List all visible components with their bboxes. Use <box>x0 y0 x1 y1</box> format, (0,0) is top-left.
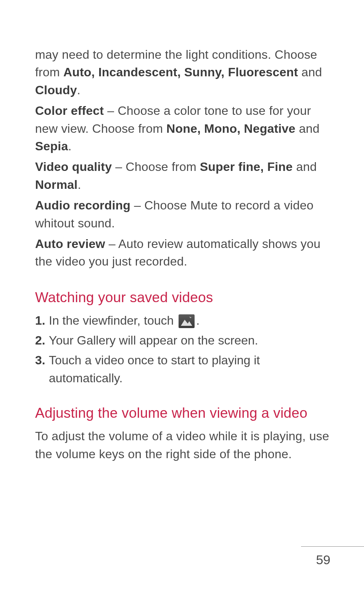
page-number: 59 <box>316 552 330 567</box>
text: and <box>293 160 317 174</box>
paragraph-color-effect: Color effect – Choose a color tone to us… <box>35 102 330 155</box>
list-text: Touch a video once to start to playing i… <box>49 351 330 387</box>
bold-options: None, Mono, Negative <box>166 122 295 135</box>
bold-label: Auto review <box>35 237 105 251</box>
bold-cloudy: Cloudy <box>35 83 77 97</box>
steps-list: 1. In the viewfinder, touch . 2. Your Ga… <box>35 312 330 390</box>
list-item: 1. In the viewfinder, touch . <box>35 312 330 329</box>
bold-options: Auto, Incandescent, Sunny, Fluorescent <box>63 65 298 79</box>
text: In the viewfinder, touch <box>49 314 177 327</box>
list-number: 3. <box>35 351 49 369</box>
page-number-divider <box>301 546 364 547</box>
bold-label: Audio recording <box>35 198 130 212</box>
text: – Choose from <box>112 160 200 174</box>
svg-marker-1 <box>189 317 192 318</box>
bold-options: Super fine, Fine <box>200 160 293 174</box>
text: . <box>77 83 81 97</box>
bold-sepia: Sepia <box>35 139 68 153</box>
heading-watching-saved-videos: Watching your saved videos <box>35 290 330 306</box>
list-text: Your Gallery will appear on the screen. <box>49 332 330 349</box>
paragraph-video-quality: Video quality – Choose from Super fine, … <box>35 158 330 193</box>
list-item: 2. Your Gallery will appear on the scree… <box>35 332 330 349</box>
text: . <box>68 139 71 153</box>
bold-label: Color effect <box>35 104 104 118</box>
bold-normal: Normal <box>35 178 77 192</box>
text: . <box>196 314 200 327</box>
paragraph-auto-review: Auto review – Auto review automatically … <box>35 235 330 270</box>
bold-label: Video quality <box>35 160 112 174</box>
list-number: 1. <box>35 312 49 329</box>
text: . <box>77 178 81 192</box>
svg-marker-0 <box>181 320 192 326</box>
gallery-icon <box>179 314 195 328</box>
list-text: In the viewfinder, touch . <box>49 312 330 329</box>
text: and <box>295 122 319 135</box>
page-container: may need to determine the light conditio… <box>0 0 364 594</box>
list-number: 2. <box>35 332 49 349</box>
text: and <box>298 65 322 79</box>
paragraph-adjusting-volume: To adjust the volume of a video while it… <box>35 427 330 463</box>
paragraph-audio-recording: Audio recording – Choose Mute to record … <box>35 196 330 232</box>
list-item: 3. Touch a video once to start to playin… <box>35 351 330 387</box>
paragraph-white-balance: may need to determine the light conditio… <box>35 46 330 99</box>
heading-adjusting-volume: Adjusting the volume when viewing a vide… <box>35 405 330 421</box>
